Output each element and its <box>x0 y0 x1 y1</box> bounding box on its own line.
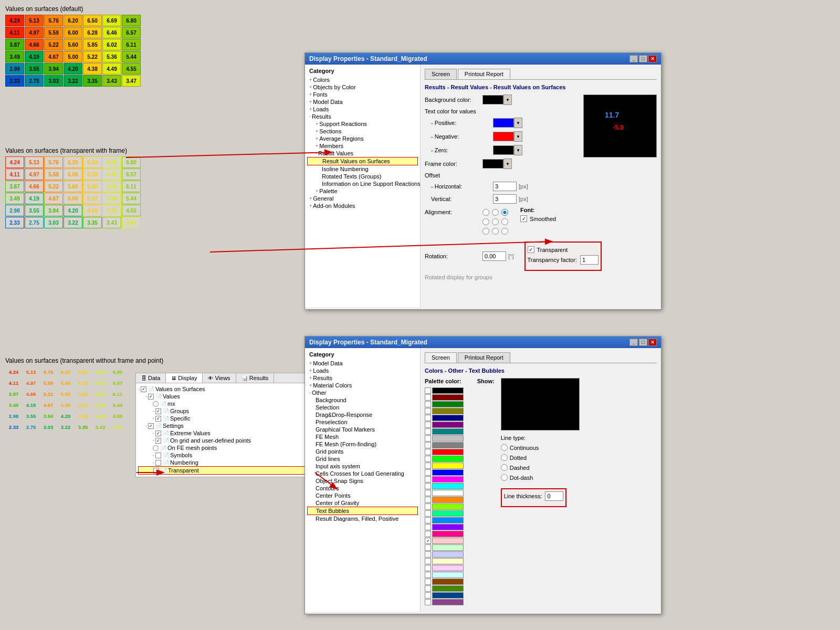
palette-swatch[interactable] <box>432 599 464 605</box>
palette-swatch[interactable] <box>432 551 464 558</box>
tree2-item[interactable]: Input axis system <box>307 463 418 470</box>
tree2-item[interactable]: Cells Crosses for Load Generating <box>307 470 418 477</box>
tab-printout-1[interactable]: Printout Report <box>458 69 510 79</box>
rotation-input[interactable] <box>482 251 506 261</box>
bottom-tree-item[interactable]: -✓📄On grid and user-defined points <box>138 437 311 444</box>
palette-checkbox[interactable] <box>425 585 431 592</box>
tree1-item[interactable]: -Result Values <box>307 150 418 157</box>
palette-checkbox[interactable] <box>425 449 431 455</box>
palette-checkbox[interactable] <box>425 490 431 496</box>
palette-swatch[interactable] <box>432 476 464 482</box>
frame-color[interactable] <box>482 159 503 169</box>
tree2-item[interactable]: Graphical Tool Markers <box>307 426 418 433</box>
tree2-item[interactable]: +Material Colors <box>307 382 418 389</box>
tree2-item[interactable]: Center Points <box>307 492 418 499</box>
tree1-item[interactable]: -Results <box>307 113 418 120</box>
tree2-item[interactable]: Selection <box>307 404 418 411</box>
palette-checkbox[interactable] <box>425 422 431 428</box>
align-bc[interactable] <box>492 228 499 235</box>
bg-color-arrow[interactable]: ▼ <box>503 94 512 105</box>
palette-checkbox[interactable] <box>425 565 431 571</box>
tree2-item[interactable]: Center of Gravity <box>307 499 418 507</box>
zero-color[interactable] <box>493 145 514 155</box>
bottom-tree-item[interactable]: -📄Symbols <box>138 452 311 459</box>
bottom-tree-item[interactable]: 📄Transparent <box>138 466 311 475</box>
radio-dashed[interactable] <box>501 464 508 471</box>
radio-dotted[interactable] <box>501 454 508 461</box>
tree1-item[interactable]: +Sections <box>307 128 418 135</box>
minimize-button[interactable]: _ <box>629 55 638 62</box>
radio-continuous[interactable] <box>501 444 508 451</box>
palette-swatch[interactable] <box>432 449 464 455</box>
palette-swatch[interactable] <box>432 524 464 530</box>
palette-checkbox[interactable] <box>425 408 431 414</box>
negative-arrow[interactable]: ▼ <box>514 131 522 142</box>
bottom-tree-item[interactable]: -✓📄Groups <box>138 407 311 415</box>
palette-swatch[interactable] <box>432 497 464 503</box>
bottom-tree-item[interactable]: -✓📄Values on Surfaces <box>138 385 311 393</box>
tree1-item[interactable]: Information on Line Support Reactions <box>307 180 418 187</box>
palette-swatch[interactable] <box>432 531 464 537</box>
v-offset-input[interactable] <box>493 194 517 204</box>
tree2-item[interactable]: +Model Data <box>307 360 418 367</box>
palette-swatch[interactable] <box>432 408 464 414</box>
palette-swatch[interactable] <box>432 428 464 435</box>
palette-checkbox[interactable] <box>425 415 431 421</box>
bottom-tree-item[interactable]: 📄mx <box>138 400 311 407</box>
tree1-item[interactable]: +Support Reactions <box>307 120 418 128</box>
palette-swatch[interactable] <box>432 592 464 598</box>
palette-swatch[interactable] <box>432 538 464 544</box>
positive-arrow[interactable]: ▼ <box>514 118 522 128</box>
palette-checkbox[interactable] <box>425 599 431 605</box>
h-offset-input[interactable] <box>493 182 517 191</box>
close-button[interactable]: ✕ <box>648 55 657 62</box>
align-br[interactable] <box>501 228 508 235</box>
tree2-item[interactable]: -Other <box>307 389 418 396</box>
palette-checkbox[interactable] <box>425 428 431 435</box>
palette-swatch[interactable] <box>432 579 464 585</box>
tree1-item[interactable]: +Model Data <box>307 98 418 106</box>
palette-swatch[interactable] <box>432 394 464 401</box>
dialog2-minimize[interactable]: _ <box>629 339 638 346</box>
palette-checkbox[interactable] <box>425 469 431 476</box>
palette-checkbox[interactable] <box>425 592 431 598</box>
zero-arrow[interactable]: ▼ <box>514 145 522 155</box>
palette-checkbox[interactable] <box>425 544 431 551</box>
tree2-item[interactable]: Text Bubbles <box>307 507 418 515</box>
dialog2-close[interactable]: ✕ <box>648 339 657 346</box>
tree1-item[interactable]: +Add-on Modules <box>307 202 418 209</box>
palette-checkbox[interactable] <box>425 476 431 482</box>
tree2-item[interactable]: +Loads <box>307 367 418 374</box>
tree1-item[interactable]: +General <box>307 195 418 202</box>
tree2-item[interactable]: FE Mesh (Form-finding) <box>307 440 418 448</box>
tab-views[interactable]: 👁 Views <box>203 373 236 383</box>
tree2-item[interactable]: Result Diagrams, Filled, Positive <box>307 515 418 522</box>
bottom-tree-item[interactable]: -✓📄Settings <box>138 422 311 429</box>
palette-swatch[interactable] <box>432 585 464 592</box>
palette-checkbox[interactable] <box>425 572 431 578</box>
frame-color-arrow[interactable]: ▼ <box>503 159 512 169</box>
tree2-item[interactable]: Preselection <box>307 418 418 426</box>
tree1-item[interactable]: +Objects by Color <box>307 83 418 91</box>
palette-swatch[interactable] <box>432 572 464 578</box>
palette-checkbox[interactable] <box>425 503 431 510</box>
palette-checkbox[interactable] <box>425 456 431 462</box>
tab-results[interactable]: 📊 Results <box>236 373 275 383</box>
palette-swatch[interactable] <box>432 463 464 469</box>
bottom-tree-item[interactable]: -✓📄Extreme Values <box>138 429 311 437</box>
tree1-item[interactable]: +Members <box>307 142 418 150</box>
palette-checkbox[interactable] <box>425 531 431 537</box>
tree2-item[interactable]: +Results <box>307 374 418 382</box>
palette-swatch[interactable] <box>432 435 464 442</box>
palette-checkbox[interactable] <box>425 394 431 401</box>
positive-color[interactable] <box>493 118 514 128</box>
palette-swatch[interactable] <box>432 510 464 517</box>
transparency-input[interactable] <box>580 255 598 265</box>
tree2-item[interactable]: Background <box>307 396 418 404</box>
radio-dot-dash[interactable] <box>501 474 508 481</box>
palette-swatch[interactable] <box>432 456 464 462</box>
palette-swatch[interactable] <box>432 387 464 394</box>
palette-checkbox[interactable] <box>425 510 431 517</box>
tab-data[interactable]: 🗄 Data <box>136 373 166 383</box>
palette-checkbox[interactable] <box>425 442 431 448</box>
